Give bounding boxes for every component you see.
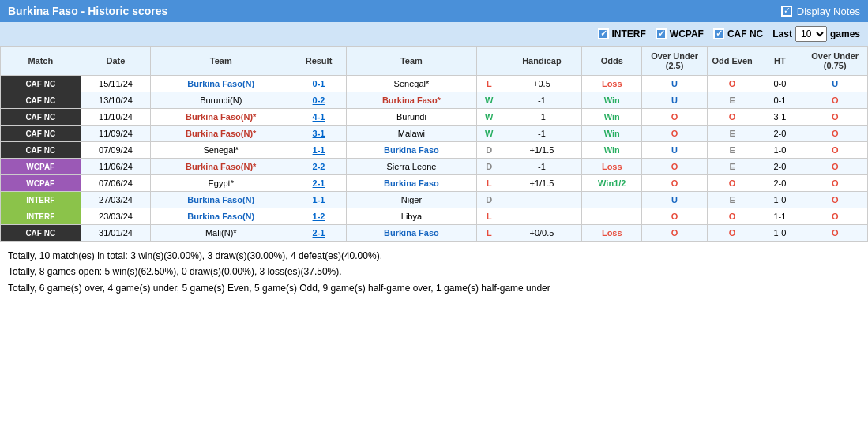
- result-cell[interactable]: 0-1: [291, 76, 347, 92]
- wcpaf-checkbox[interactable]: [656, 28, 667, 39]
- cafnc-checkbox[interactable]: [713, 28, 724, 39]
- team1-cell: Senegal*: [151, 142, 291, 159]
- oe-cell: E: [707, 126, 757, 142]
- odds-cell: Win: [582, 92, 642, 109]
- odds-cell: [582, 208, 642, 225]
- odds-cell: Win: [582, 109, 642, 126]
- date-cell: 07/09/24: [81, 142, 151, 159]
- team2-cell: Burundi: [346, 109, 476, 126]
- interf-label: INTERF: [612, 28, 646, 39]
- result-cell[interactable]: 1-1: [291, 142, 347, 159]
- match-badge-cell: WCPAF: [1, 175, 81, 192]
- result-cell[interactable]: 2-2: [291, 159, 347, 175]
- wcpaf-label: WCPAF: [670, 28, 704, 39]
- team1-cell: Burundi(N): [151, 92, 291, 109]
- ht-cell: 1-1: [757, 208, 802, 225]
- oe-cell: O: [707, 208, 757, 225]
- table-row: CAF NC 07/09/24 Senegal* 1-1 Burkina Fas…: [1, 142, 868, 159]
- result-cell[interactable]: 1-1: [291, 192, 347, 208]
- oe-cell: E: [707, 92, 757, 109]
- ou075-cell: O: [802, 225, 868, 242]
- wdl-cell: D: [476, 142, 502, 159]
- col-date: Date: [81, 47, 151, 76]
- ht-cell: 1-0: [757, 142, 802, 159]
- match-badge-cell: CAF NC: [1, 142, 81, 159]
- col-oe: Odd Even: [707, 47, 757, 76]
- interf-filter[interactable]: INTERF: [598, 28, 646, 39]
- cafnc-filter[interactable]: CAF NC: [713, 28, 763, 39]
- team2-cell: Burkina Faso*: [346, 92, 476, 109]
- match-badge-cell: INTERF: [1, 192, 81, 208]
- oe-cell: O: [707, 109, 757, 126]
- result-cell[interactable]: 1-2: [291, 208, 347, 225]
- wcpaf-filter[interactable]: WCPAF: [656, 28, 704, 39]
- oe-cell: O: [707, 76, 757, 92]
- team1-cell: Burkina Faso(N): [151, 76, 291, 92]
- last-games-select[interactable]: 10 20 30: [795, 26, 827, 42]
- handicap-cell: -1: [502, 109, 582, 126]
- wdl-cell: L: [476, 225, 502, 242]
- wdl-cell: W: [476, 109, 502, 126]
- summary-section: Totally, 10 match(es) in total: 3 win(s)…: [0, 242, 868, 302]
- odds-cell: [582, 192, 642, 208]
- team2-cell: Burkina Faso: [346, 225, 476, 242]
- col-team2: Team: [346, 47, 476, 76]
- oe-cell: E: [707, 192, 757, 208]
- odds-cell: Loss: [582, 159, 642, 175]
- wdl-cell: L: [476, 208, 502, 225]
- table-row: WCPAF 11/06/24 Burkina Faso(N)* 2-2 Sier…: [1, 159, 868, 175]
- team1-cell: Burkina Faso(N): [151, 208, 291, 225]
- oe-cell: O: [707, 225, 757, 242]
- ou25-cell: U: [642, 92, 708, 109]
- team2-cell: Burkina Faso: [346, 142, 476, 159]
- ou25-cell: O: [642, 159, 708, 175]
- ou075-cell: O: [802, 208, 868, 225]
- wdl-cell: D: [476, 192, 502, 208]
- odds-cell: Loss: [582, 225, 642, 242]
- result-cell[interactable]: 2-1: [291, 175, 347, 192]
- team1-cell: Burkina Faso(N)*: [151, 109, 291, 126]
- team1-cell: Burkina Faso(N)*: [151, 159, 291, 175]
- oe-cell: O: [707, 175, 757, 192]
- ht-cell: 3-1: [757, 109, 802, 126]
- ou075-cell: O: [802, 175, 868, 192]
- handicap-cell: +1/1.5: [502, 142, 582, 159]
- handicap-cell: +0.5: [502, 76, 582, 92]
- ou25-cell: O: [642, 225, 708, 242]
- col-wdl: [476, 47, 502, 76]
- date-cell: 15/11/24: [81, 76, 151, 92]
- result-cell[interactable]: 4-1: [291, 109, 347, 126]
- summary-line1: Totally, 10 match(es) in total: 3 win(s)…: [8, 248, 860, 264]
- ht-cell: 2-0: [757, 126, 802, 142]
- handicap-cell: [502, 192, 582, 208]
- team1-cell: Burkina Faso(N): [151, 192, 291, 208]
- ou25-cell: O: [642, 109, 708, 126]
- oe-cell: E: [707, 142, 757, 159]
- interf-checkbox[interactable]: [598, 28, 609, 39]
- match-badge-cell: CAF NC: [1, 225, 81, 242]
- handicap-cell: [502, 208, 582, 225]
- col-team1: Team: [151, 47, 291, 76]
- result-cell[interactable]: 2-1: [291, 225, 347, 242]
- odds-cell: Win1/2: [582, 175, 642, 192]
- date-cell: 27/03/24: [81, 192, 151, 208]
- display-notes-checkbox[interactable]: [781, 6, 792, 17]
- result-cell[interactable]: 0-2: [291, 92, 347, 109]
- cafnc-label: CAF NC: [727, 28, 763, 39]
- display-notes-area: Display Notes: [781, 6, 860, 17]
- handicap-cell: -1: [502, 159, 582, 175]
- date-cell: 11/10/24: [81, 109, 151, 126]
- table-header-row: Match Date Team Result Team Handicap Odd…: [1, 47, 868, 76]
- ht-cell: 1-0: [757, 225, 802, 242]
- ou075-cell: U: [802, 76, 868, 92]
- match-badge-cell: WCPAF: [1, 159, 81, 175]
- wdl-cell: L: [476, 76, 502, 92]
- ou25-cell: O: [642, 175, 708, 192]
- ht-cell: 1-0: [757, 192, 802, 208]
- date-cell: 13/10/24: [81, 92, 151, 109]
- col-odds: Odds: [582, 47, 642, 76]
- col-ou075: Over Under (0.75): [802, 47, 868, 76]
- ou075-cell: O: [802, 142, 868, 159]
- result-cell[interactable]: 3-1: [291, 126, 347, 142]
- wdl-cell: D: [476, 159, 502, 175]
